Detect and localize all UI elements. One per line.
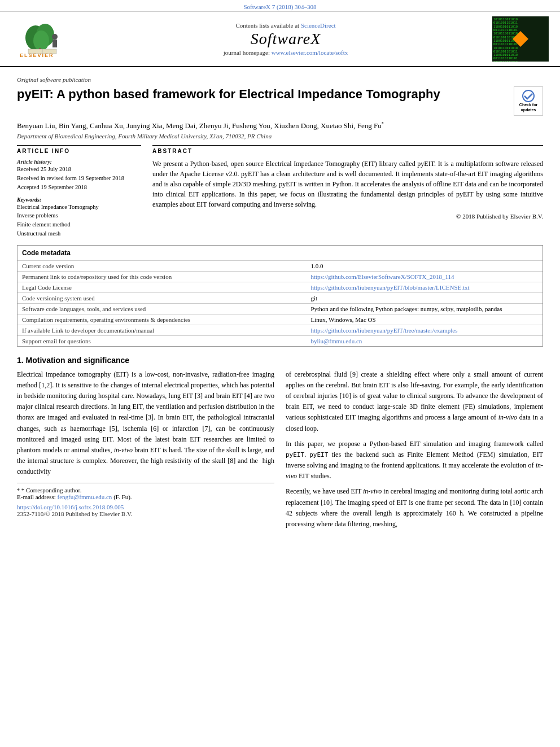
affiliation-line: Department of Biomedical Engineering, Fo…: [17, 133, 543, 139]
svg-point-2: [33, 30, 49, 51]
keyword-1: Electrical Impedance Tomography: [17, 203, 141, 212]
left-para-1: Electrical impedance tomography (EIT) is…: [17, 369, 274, 478]
authors-text: Benyuan Liu, Bin Yang, Canhua Xu, Junyin…: [17, 121, 382, 130]
right-para-1: of cerebrospinal fluid [9] create a shie…: [286, 369, 543, 434]
code-metadata-row: If available Link to developer documenta…: [18, 325, 542, 335]
journal-citation: SoftwareX 7 (2018) 304–308: [243, 3, 316, 10]
abstract-text: We present a Python-based, open source E…: [152, 159, 543, 209]
elsevier-logo-svg: ELSEVIER: [14, 21, 76, 58]
keywords-label: Keywords:: [17, 196, 141, 203]
authors-line: Benyuan Liu, Bin Yang, Canhua Xu, Junyin…: [17, 121, 543, 130]
code-meta-value: https://github.com/ElsevierSoftwareX/SOF…: [307, 271, 543, 282]
keyword-4: Unstructrual mesh: [17, 229, 141, 238]
code-meta-label: Software code languages, tools, and serv…: [18, 303, 307, 314]
body-left-col: Electrical impedance tomography (EIT) is…: [17, 369, 274, 535]
sciencedirect-link[interactable]: ScienceDirect: [301, 22, 336, 29]
keyword-2: Inverse problems: [17, 211, 141, 220]
homepage-label: journal homepage: www.elsevier.com/locat…: [79, 49, 492, 56]
code-meta-value: 1.0.0: [307, 260, 543, 271]
code-meta-value: Python and the following Python packages…: [307, 303, 543, 314]
code-meta-label: Legal Code License: [18, 282, 307, 292]
corresponding-star: *: [382, 121, 384, 126]
article-info-section: ARTICLE INFO Article history: Received 2…: [17, 145, 141, 238]
paper-title-row: pyEIT: A python based framework for Elec…: [17, 86, 543, 116]
elsevier-logo: ELSEVIER: [11, 21, 79, 58]
paper-title-text: pyEIT: A python based framework for Elec…: [17, 86, 508, 103]
code-metadata-row: Code versioning system usedgit: [18, 292, 542, 303]
code-meta-value: git: [307, 292, 543, 303]
corresponding-note: * * Corresponding author.: [17, 487, 274, 493]
email-label: E-mail address:: [17, 493, 56, 500]
code-metadata-row: Software code languages, tools, and serv…: [18, 303, 542, 314]
section1-heading: 1. Motivation and significance: [17, 356, 543, 365]
abstract-section: ABSTRACT We present a Python-based, open…: [152, 145, 543, 238]
top-bar: SoftwareX 7 (2018) 304–308: [0, 0, 560, 11]
check-for-updates-badge: Check for updates: [514, 86, 543, 116]
code-metadata-row: Compilation requirements, operating envi…: [18, 314, 542, 325]
code-meta-value: https://github.com/liubenyuan/pyEIT/tree…: [307, 325, 543, 335]
homepage-link[interactable]: www.elsevier.com/locate/softx: [272, 49, 348, 56]
code-metadata-row: Permanent link to code/repository used f…: [18, 271, 542, 282]
keywords-section: Keywords: Electrical Impedance Tomograph…: [17, 196, 141, 238]
section1-title: Motivation and significance: [26, 356, 130, 365]
code-meta-label: Support email for questions: [18, 335, 307, 346]
received-date: Received 25 July 2018: [17, 165, 141, 174]
code-metadata-row: Support email for questionsbyliu@fmmu.ed…: [18, 335, 542, 346]
svg-rect-5: [53, 40, 57, 47]
history-label: Article history:: [17, 159, 141, 165]
contents-label: Contents lists available at ScienceDirec…: [79, 22, 492, 29]
email-note: E-mail address: fengfu@fmmu.edu.cn (F. F…: [17, 493, 274, 500]
code-metadata-heading: Code metadata: [18, 246, 542, 260]
right-para-3: Recently, we have used EIT in-vivo in ce…: [286, 486, 543, 530]
email-person: (F. Fu).: [113, 493, 132, 500]
matrix-image: 1010110011010010100110101111001010110100…: [492, 16, 549, 62]
journal-center-info: Contents lists available at ScienceDirec…: [79, 22, 492, 56]
abstract-heading: ABSTRACT: [152, 146, 543, 156]
code-meta-label: Current code version: [18, 260, 307, 271]
copyright-line: © 2018 Published by Elsevier B.V.: [152, 213, 543, 220]
body-two-col: Electrical impedance tomography (EIT) is…: [17, 369, 543, 535]
keyword-3: Finite element method: [17, 220, 141, 229]
body-right-col: of cerebrospinal fluid [9] create a shie…: [286, 369, 543, 535]
code-metadata-row: Current code version1.0.0: [18, 260, 542, 271]
code-metadata-row: Legal Code Licensehttps://github.com/liu…: [18, 282, 542, 292]
doi-link[interactable]: https://doi.org/10.1016/j.softx.2018.09.…: [17, 504, 124, 510]
corresponding-label: * Corresponding author.: [21, 487, 82, 493]
journal-title: SoftwareX: [79, 30, 492, 48]
code-meta-value: Linux, Windows, Mac OS: [307, 314, 543, 325]
issn-line: 2352-7110/© 2018 Published by Elsevier B…: [17, 510, 274, 517]
check-badge-label: Check for updates: [517, 102, 540, 112]
code-meta-value: byliu@fmmu.edu.cn: [307, 335, 543, 346]
code-meta-label: If available Link to developer documenta…: [18, 325, 307, 335]
svg-text:ELSEVIER: ELSEVIER: [20, 53, 54, 58]
section1-number: 1.: [17, 356, 24, 365]
code-meta-label: Permanent link to code/repository used f…: [18, 271, 307, 282]
right-para-2: In this paper, we propose a Python-based…: [286, 439, 543, 482]
revised-date: Received in revised form 19 September 20…: [17, 174, 141, 183]
footnote-area: * * Corresponding author. E-mail address…: [17, 483, 274, 517]
code-meta-value: https://github.com/liubenyuan/pyEIT/blob…: [307, 282, 543, 292]
check-icon: [520, 90, 537, 102]
paper-type-label: Original software publication: [17, 73, 543, 83]
journal-header: ELSEVIER Contents lists available at Sci…: [0, 11, 560, 67]
svg-point-4: [52, 34, 58, 40]
accepted-date: Accepted 19 September 2018: [17, 183, 141, 192]
article-info-heading: ARTICLE INFO: [17, 146, 141, 156]
paper-content: Original software publication pyEIT: A p…: [0, 67, 560, 540]
code-meta-label: Compilation requirements, operating envi…: [18, 314, 307, 325]
email-link[interactable]: fengfu@fmmu.edu.cn: [57, 493, 112, 500]
code-metadata-section: Code metadata Current code version1.0.0P…: [17, 245, 543, 347]
code-meta-label: Code versioning system used: [18, 292, 307, 303]
code-metadata-table: Current code version1.0.0Permanent link …: [18, 260, 542, 346]
info-abstract-row: ARTICLE INFO Article history: Received 2…: [17, 145, 543, 238]
